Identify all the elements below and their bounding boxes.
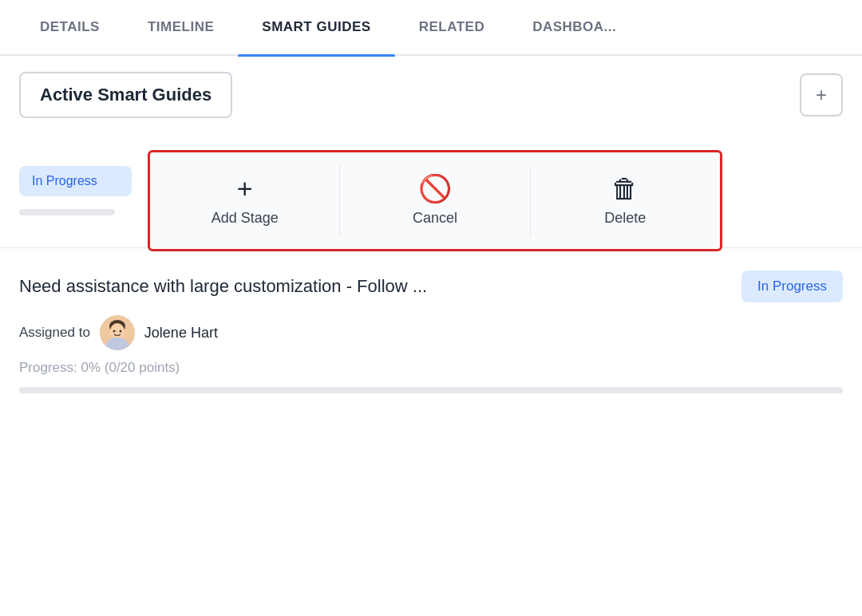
assigned-row: Assigned to Jolene — [19, 315, 843, 350]
action-popup: + Add Stage 🚫 Cancel 🗑 Delete — [148, 150, 722, 251]
tab-dashboard[interactable]: DASHBOA... — [508, 0, 640, 55]
delete-button[interactable]: 🗑 Delete — [531, 152, 720, 249]
cancel-label: Cancel — [413, 210, 457, 227]
progress-bar-full — [19, 387, 843, 393]
svg-point-3 — [113, 330, 115, 333]
tab-smart-guides[interactable]: SMART GUIDES — [238, 0, 394, 55]
assigned-name: Jolene Hart — [144, 325, 218, 342]
delete-icon: 🗑 — [611, 175, 639, 202]
guide-title: Need assistance with large customization… — [19, 276, 427, 297]
svg-point-2 — [110, 323, 125, 339]
progress-bar-small — [19, 209, 115, 215]
cancel-button[interactable]: 🚫 Cancel — [340, 152, 529, 249]
add-stage-label: Add Stage — [212, 210, 279, 227]
tab-related[interactable]: RELATED — [395, 0, 509, 55]
avatar-image — [100, 315, 135, 350]
header-bar: Active Smart Guides + — [0, 56, 862, 134]
add-smart-guide-button[interactable]: + — [800, 73, 843, 116]
second-guide-card: Need assistance with large customization… — [0, 248, 862, 413]
second-card-status-badge: In Progress — [741, 270, 843, 302]
avatar — [100, 315, 135, 350]
first-guide-card: In Progress + Add Stage 🚫 Cancel 🗑 Delet… — [0, 134, 862, 248]
tab-navigation: DETAILS TIMELINE SMART GUIDES RELATED DA… — [0, 0, 862, 56]
assigned-to-label: Assigned to — [19, 325, 90, 341]
tab-details[interactable]: DETAILS — [16, 0, 124, 55]
add-stage-icon: + — [237, 175, 253, 202]
cancel-icon: 🚫 — [418, 175, 452, 202]
add-stage-button[interactable]: + Add Stage — [150, 152, 339, 249]
active-smart-guides-title: Active Smart Guides — [19, 72, 232, 118]
svg-point-4 — [119, 330, 121, 333]
plus-icon: + — [816, 84, 827, 106]
second-card-header: Need assistance with large customization… — [19, 270, 843, 302]
first-card-status-area: In Progress — [0, 134, 132, 247]
delete-label: Delete — [604, 210, 646, 227]
status-badge: In Progress — [19, 166, 132, 196]
content-area: Active Smart Guides + In Progress + Add … — [0, 56, 862, 413]
progress-text: Progress: 0% (0/20 points) — [19, 360, 843, 376]
tab-timeline[interactable]: TIMELINE — [124, 0, 238, 55]
